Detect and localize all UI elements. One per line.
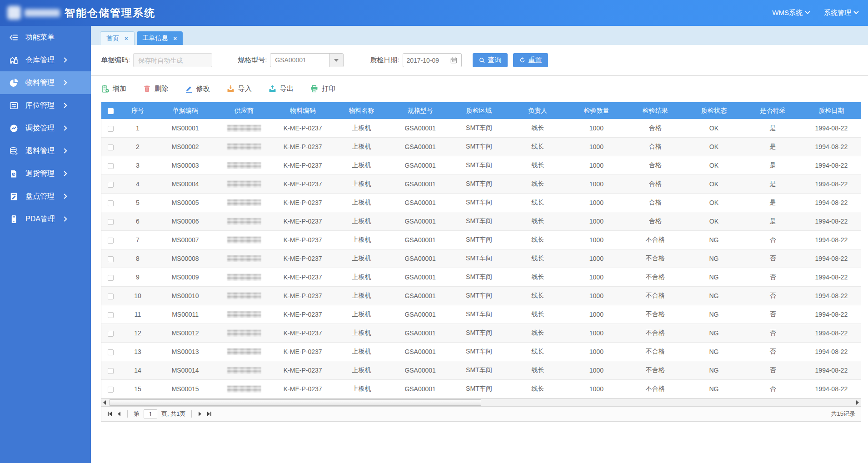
tab-work-order-info[interactable]: 工单信息 × bbox=[137, 31, 183, 45]
sidebar-item-label: 盘点管理 bbox=[25, 192, 55, 201]
row-select-cell bbox=[101, 348, 120, 355]
cell-material-code: K-ME-P-0237 bbox=[274, 329, 332, 337]
cell-status: NG bbox=[684, 236, 743, 244]
menu-wms-system[interactable]: WMS系统 bbox=[772, 9, 809, 17]
prev-page-button[interactable] bbox=[117, 411, 121, 417]
qc-date-field[interactable] bbox=[403, 53, 462, 67]
first-page-button[interactable] bbox=[107, 411, 113, 417]
row-checkbox[interactable] bbox=[108, 275, 114, 281]
chevron-right-icon bbox=[62, 125, 67, 130]
row-checkbox[interactable] bbox=[108, 126, 114, 132]
cell-manager: 线长 bbox=[509, 366, 567, 374]
sidebar-item-material[interactable]: 物料管理 bbox=[0, 71, 91, 94]
cell-spec-model: GSA00001 bbox=[391, 292, 449, 299]
cell-status: NG bbox=[684, 292, 743, 299]
row-checkbox[interactable] bbox=[108, 256, 114, 262]
cell-material-name: 上板机 bbox=[332, 180, 391, 188]
cell-spec-model: GSA00001 bbox=[391, 162, 449, 169]
row-checkbox[interactable] bbox=[108, 144, 114, 150]
cell-result: 不合格 bbox=[626, 254, 684, 263]
edit-button[interactable]: 修改 bbox=[185, 85, 210, 93]
scroll-left-arrow-icon[interactable] bbox=[103, 400, 106, 405]
sidebar-item-warehouse[interactable]: 仓库管理 bbox=[0, 49, 91, 71]
tab-home[interactable]: 首页 × bbox=[100, 31, 135, 45]
column-header: 负责人 bbox=[509, 107, 567, 115]
cell-supplier bbox=[215, 348, 273, 356]
horizontal-scrollbar[interactable] bbox=[101, 398, 861, 406]
page-number-input[interactable] bbox=[144, 409, 157, 418]
next-page-button[interactable] bbox=[198, 411, 202, 417]
table-toolbar: 增加 删除 修改 bbox=[91, 76, 868, 101]
sidebar-item-label: 功能菜单 bbox=[25, 33, 55, 42]
cell-material-code: K-ME-P-0237 bbox=[274, 218, 332, 225]
cell-order-code: MS00001 bbox=[156, 124, 215, 132]
row-checkbox[interactable] bbox=[108, 312, 114, 318]
sidebar-item-function-menu[interactable]: 功能菜单 bbox=[0, 26, 91, 49]
search-button[interactable]: 查询 bbox=[473, 53, 508, 67]
chevron-down-icon bbox=[805, 9, 810, 14]
app-logo bbox=[7, 5, 61, 21]
search-button-label: 查询 bbox=[488, 56, 502, 65]
table-row: 8MS00008K-ME-P-0237上板机GSA00001SMT车间线长100… bbox=[101, 249, 861, 268]
scroll-right-arrow-icon[interactable] bbox=[856, 400, 859, 405]
row-checkbox[interactable] bbox=[108, 294, 114, 299]
add-button[interactable]: 增加 bbox=[101, 85, 126, 93]
dropdown-button[interactable] bbox=[329, 54, 343, 67]
export-button[interactable]: 导出 bbox=[268, 85, 294, 93]
calendar-icon[interactable] bbox=[450, 56, 458, 64]
row-checkbox[interactable] bbox=[108, 387, 114, 393]
header-menus: WMS系统 系统管理 bbox=[772, 9, 858, 17]
page-prefix-label: 第 bbox=[134, 410, 140, 418]
select-all-checkbox[interactable] bbox=[108, 108, 114, 114]
table-row: 15MS00015K-ME-P-0237上板机GSA00001SMT车间线长10… bbox=[101, 380, 861, 398]
close-icon[interactable]: × bbox=[174, 35, 177, 42]
cell-qc-area: SMT车间 bbox=[449, 143, 508, 151]
cell-special: 否 bbox=[743, 292, 802, 300]
reset-button[interactable]: 重置 bbox=[513, 53, 548, 67]
menu-system-admin[interactable]: 系统管理 bbox=[824, 9, 858, 17]
cell-status: NG bbox=[684, 329, 743, 337]
cell-qc-area: SMT车间 bbox=[449, 180, 508, 188]
delete-button[interactable]: 删除 bbox=[143, 85, 168, 93]
table-row: 14MS00014K-ME-P-0237上板机GSA00001SMT车间线长10… bbox=[101, 361, 861, 380]
redacted-supplier-text bbox=[227, 144, 261, 150]
database-icon bbox=[9, 146, 19, 156]
cell-qc-date: 1994-08-22 bbox=[802, 274, 861, 281]
scrollbar-thumb[interactable] bbox=[109, 399, 481, 406]
print-button[interactable]: 打印 bbox=[310, 85, 335, 93]
redacted-supplier-text bbox=[227, 293, 261, 299]
sidebar-item-goods-return[interactable]: 退货管理 bbox=[0, 162, 91, 185]
close-icon[interactable]: × bbox=[125, 35, 128, 42]
redacted-supplier-text bbox=[227, 162, 261, 169]
cell-index: 3 bbox=[120, 162, 156, 169]
row-checkbox[interactable] bbox=[108, 331, 114, 337]
cell-status: NG bbox=[684, 367, 743, 374]
cell-special: 否 bbox=[743, 273, 802, 281]
sidebar-item-label: 仓库管理 bbox=[25, 55, 55, 65]
order-code-input[interactable] bbox=[133, 53, 212, 67]
select-all-cell bbox=[101, 107, 120, 115]
divider bbox=[127, 410, 128, 418]
row-checkbox[interactable] bbox=[108, 238, 114, 244]
cell-order-code: MS00011 bbox=[156, 311, 215, 318]
row-checkbox[interactable] bbox=[108, 200, 114, 206]
cell-status: OK bbox=[684, 143, 743, 150]
row-checkbox[interactable] bbox=[108, 368, 114, 374]
sidebar-item-location[interactable]: 库位管理 bbox=[0, 94, 91, 117]
spec-model-select[interactable]: GSA00001 bbox=[270, 53, 344, 67]
cell-material-code: K-ME-P-0237 bbox=[274, 236, 332, 244]
row-checkbox[interactable] bbox=[108, 349, 114, 355]
row-select-cell bbox=[101, 199, 120, 206]
sidebar-item-stocktaking[interactable]: 盘点管理 bbox=[0, 185, 91, 208]
spec-model-label: 规格型号: bbox=[238, 56, 267, 65]
row-checkbox[interactable] bbox=[108, 182, 114, 188]
qc-date-input[interactable] bbox=[407, 57, 445, 64]
sidebar-item-transfer[interactable]: 调拨管理 bbox=[0, 117, 91, 139]
row-checkbox[interactable] bbox=[108, 163, 114, 169]
last-page-button[interactable] bbox=[206, 411, 212, 417]
sidebar-item-pda[interactable]: PDA管理 bbox=[0, 208, 91, 230]
row-checkbox[interactable] bbox=[108, 219, 114, 225]
sidebar-item-material-return[interactable]: 退料管理 bbox=[0, 139, 91, 162]
cell-result: 合格 bbox=[626, 180, 684, 188]
import-button[interactable]: 导入 bbox=[226, 85, 252, 93]
